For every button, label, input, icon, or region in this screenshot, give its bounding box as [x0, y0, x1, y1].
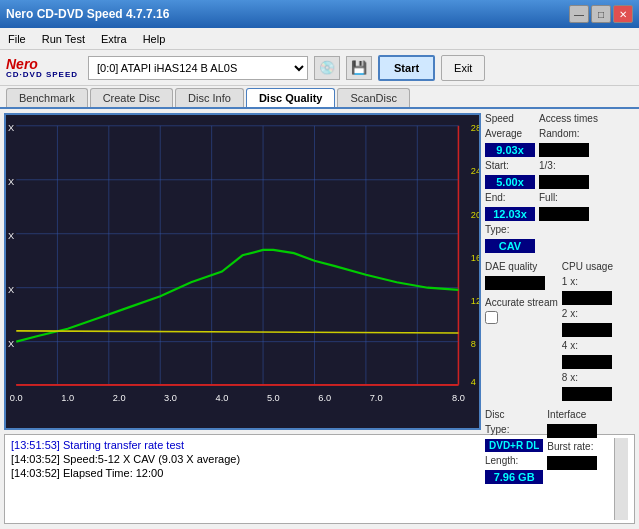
interface-value — [547, 424, 597, 438]
log-entry-2: [14:03:52] Speed:5-12 X CAV (9.03 X aver… — [11, 452, 610, 466]
log-scrollbar[interactable] — [614, 438, 628, 520]
accurate-stream-label: Accurate stream — [485, 297, 558, 308]
speed-average-label: Average — [485, 128, 535, 139]
interface-label: Interface — [547, 409, 597, 420]
log-entry-3: [14:03:52] Elapsed Time: 12:00 — [11, 466, 610, 480]
tab-bar: Benchmark Create Disc Disc Info Disc Qua… — [0, 86, 639, 109]
cpu-x1-value — [562, 291, 612, 305]
svg-text:24: 24 — [471, 165, 479, 176]
access-full-label: Full: — [539, 192, 598, 203]
nero-brand-top: Nero — [6, 57, 78, 71]
log-time-3: [14:03:52] — [11, 467, 60, 479]
access-times-group: Access times Random: 1/3: Full: — [539, 113, 598, 253]
menu-run-test[interactable]: Run Test — [38, 32, 89, 46]
disc-type-label: Disc — [485, 409, 543, 420]
chart-area: 20 X 16 X 12 X 8 X 4 X 28 24 20 16 12 8 … — [4, 113, 481, 430]
svg-text:4.0: 4.0 — [216, 392, 229, 403]
cpu-x4-label: 4 x: — [562, 340, 613, 351]
svg-text:28: 28 — [471, 122, 479, 133]
menu-help[interactable]: Help — [139, 32, 170, 46]
svg-text:8.0: 8.0 — [452, 392, 465, 403]
speed-title: Speed — [485, 113, 535, 124]
svg-text:12: 12 — [471, 295, 479, 306]
svg-text:6.0: 6.0 — [318, 392, 331, 403]
window-title: Nero CD-DVD Speed 4.7.7.16 — [6, 7, 169, 21]
cpu-x8-label: 8 x: — [562, 372, 613, 383]
accurate-stream-group: Accurate stream — [485, 297, 558, 326]
svg-rect-0 — [6, 115, 479, 428]
svg-text:16 X: 16 X — [6, 176, 15, 187]
save-icon-button[interactable]: 💾 — [346, 56, 372, 80]
cpu-title: CPU usage — [562, 261, 613, 272]
nero-brand-bottom: CD·DVD SPEED — [6, 71, 78, 79]
tab-disc-info[interactable]: Disc Info — [175, 88, 244, 107]
menu-bar: File Run Test Extra Help — [0, 28, 639, 50]
access-times-title: Access times — [539, 113, 598, 124]
minimize-button[interactable]: — — [569, 5, 589, 23]
svg-text:5.0: 5.0 — [267, 392, 280, 403]
svg-text:20: 20 — [471, 208, 479, 219]
speed-access-section: Speed Average 9.03x Start: 5.00x End: 12… — [485, 113, 635, 253]
menu-extra[interactable]: Extra — [97, 32, 131, 46]
log-entry-1: [13:51:53] Starting transfer rate test — [11, 438, 610, 452]
svg-text:7.0: 7.0 — [370, 392, 383, 403]
speed-type-label: Type: — [485, 224, 535, 235]
speed-start-label: Start: — [485, 160, 535, 171]
svg-text:8: 8 — [471, 338, 476, 349]
dae-group: DAE quality Accurate stream — [485, 261, 558, 401]
speed-end-value: 12.03x — [485, 207, 535, 221]
exit-button[interactable]: Exit — [441, 55, 485, 81]
svg-text:0.0: 0.0 — [10, 392, 23, 403]
tab-create-disc[interactable]: Create Disc — [90, 88, 173, 107]
svg-text:12 X: 12 X — [6, 230, 15, 241]
benchmark-chart: 20 X 16 X 12 X 8 X 4 X 28 24 20 16 12 8 … — [6, 115, 479, 428]
right-panel: Speed Average 9.03x Start: 5.00x End: 12… — [485, 113, 635, 430]
log-area: [13:51:53] Starting transfer rate test [… — [4, 434, 635, 524]
access-onethird-label: 1/3: — [539, 160, 598, 171]
main-content: 20 X 16 X 12 X 8 X 4 X 28 24 20 16 12 8 … — [0, 109, 639, 434]
speed-group: Speed Average 9.03x Start: 5.00x End: 12… — [485, 113, 535, 253]
log-text-1: Starting transfer rate test — [63, 439, 184, 451]
dae-value — [485, 276, 545, 290]
access-random-value — [539, 143, 589, 157]
tab-scan-disc[interactable]: ScanDisc — [337, 88, 409, 107]
title-bar: Nero CD-DVD Speed 4.7.7.16 — □ ✕ — [0, 0, 639, 28]
speed-type-value: CAV — [485, 239, 535, 253]
eject-icon-button[interactable]: 💿 — [314, 56, 340, 80]
speed-average-value: 9.03x — [485, 143, 535, 157]
svg-text:4 X: 4 X — [6, 338, 15, 349]
cpu-x1-label: 1 x: — [562, 276, 613, 287]
cpu-x8-value — [562, 387, 612, 401]
svg-text:2.0: 2.0 — [113, 392, 126, 403]
close-button[interactable]: ✕ — [613, 5, 633, 23]
tab-disc-quality[interactable]: Disc Quality — [246, 88, 336, 107]
cpu-section: DAE quality Accurate stream CPU usage 1 … — [485, 261, 635, 401]
toolbar: Nero CD·DVD SPEED [0:0] ATAPI iHAS124 B … — [0, 50, 639, 86]
log-text-3: Elapsed Time: 12:00 — [63, 467, 163, 479]
svg-text:3.0: 3.0 — [164, 392, 177, 403]
disc-type-sublabel: Type: — [485, 424, 543, 435]
drive-select[interactable]: [0:0] ATAPI iHAS124 B AL0S — [88, 56, 308, 80]
cpu-group: CPU usage 1 x: 2 x: 4 x: 8 x: — [562, 261, 613, 401]
log-text-2: Speed:5-12 X CAV (9.03 X average) — [63, 453, 240, 465]
svg-text:4: 4 — [471, 376, 476, 387]
accurate-stream-checkbox[interactable] — [485, 311, 498, 324]
access-onethird-value — [539, 175, 589, 189]
access-random-label: Random: — [539, 128, 598, 139]
cpu-x4-value — [562, 355, 612, 369]
start-button[interactable]: Start — [378, 55, 435, 81]
cpu-x2-value — [562, 323, 612, 337]
svg-text:8 X: 8 X — [6, 284, 15, 295]
svg-text:1.0: 1.0 — [61, 392, 74, 403]
svg-text:16: 16 — [471, 251, 479, 262]
log-time-2: [14:03:52] — [11, 453, 60, 465]
svg-text:20 X: 20 X — [6, 122, 15, 133]
log-content: [13:51:53] Starting transfer rate test [… — [11, 438, 610, 520]
window-controls: — □ ✕ — [569, 5, 633, 23]
tab-benchmark[interactable]: Benchmark — [6, 88, 88, 107]
access-full-value — [539, 207, 589, 221]
maximize-button[interactable]: □ — [591, 5, 611, 23]
speed-end-label: End: — [485, 192, 535, 203]
nero-logo: Nero CD·DVD SPEED — [6, 57, 78, 79]
menu-file[interactable]: File — [4, 32, 30, 46]
